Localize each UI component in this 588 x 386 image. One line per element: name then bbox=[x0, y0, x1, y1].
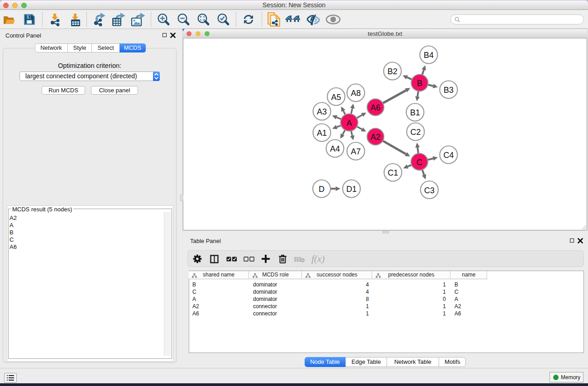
svg-text:A3: A3 bbox=[317, 107, 327, 116]
svg-text:B1: B1 bbox=[410, 108, 420, 117]
svg-text:C3: C3 bbox=[424, 186, 435, 195]
svg-text:A8: A8 bbox=[351, 89, 361, 98]
svg-text:C2: C2 bbox=[410, 128, 421, 137]
svg-text:B3: B3 bbox=[444, 86, 454, 95]
svg-text:A2: A2 bbox=[370, 133, 380, 142]
svg-text:A6: A6 bbox=[370, 103, 380, 112]
svg-text:D: D bbox=[319, 185, 325, 194]
svg-text:A5: A5 bbox=[331, 93, 341, 102]
svg-text:C: C bbox=[416, 158, 422, 167]
svg-text:A7: A7 bbox=[351, 147, 361, 156]
svg-text:B: B bbox=[417, 79, 422, 88]
svg-text:B2: B2 bbox=[387, 67, 397, 76]
svg-text:C1: C1 bbox=[387, 168, 398, 177]
svg-text:D1: D1 bbox=[346, 185, 357, 194]
svg-text:A4: A4 bbox=[330, 144, 340, 153]
svg-text:B4: B4 bbox=[424, 51, 434, 60]
svg-text:C4: C4 bbox=[443, 151, 454, 160]
svg-text:A1: A1 bbox=[317, 129, 327, 138]
svg-text:A: A bbox=[346, 119, 352, 128]
